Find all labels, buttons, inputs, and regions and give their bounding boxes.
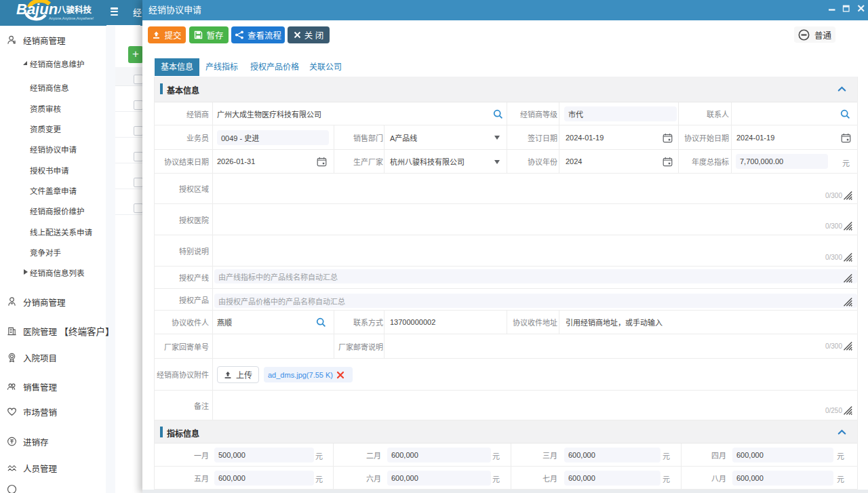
svg-text:Bajun: Bajun (16, 1, 58, 18)
svg-text:八骏科技: 八骏科技 (57, 5, 92, 15)
svg-text:Anyone,Anytime,Anywhere!: Anyone,Anytime,Anywhere! (49, 16, 94, 20)
